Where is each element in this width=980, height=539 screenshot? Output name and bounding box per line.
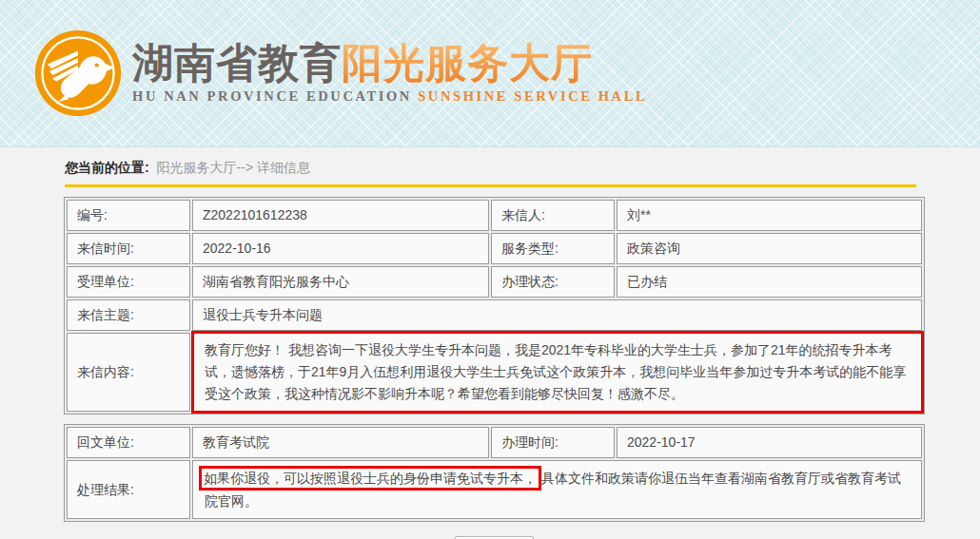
service-type-label: 服务类型: xyxy=(491,233,615,264)
status-value: 已办结 xyxy=(617,266,922,298)
site-title: 湖南省教育阳光服务大厅 HU NAN PROVINCE EDUCATION SU… xyxy=(132,42,647,104)
result-highlight-box: 如果你退役，可以按照退役士兵的身份申请免试专升本， xyxy=(199,466,541,491)
reply-info-table: 回文单位: 教育考试院 办理时间: 2022-10-17 处理结果: 如果你退役… xyxy=(64,424,925,522)
accept-unit-label: 受理单位: xyxy=(67,266,190,298)
result-label: 处理结果: xyxy=(67,460,190,519)
detail-content: 编号: Z2022101612238 来信人: 刘** 来信时间: 2022-1… xyxy=(64,197,925,522)
breadcrumb-path[interactable]: 阳光服务大厅--> 详细信息 xyxy=(157,160,310,175)
result-value-cell: 如果你退役，可以按照退役士兵的身份申请免试专升本，具体文件和政策请你退伍当年查看… xyxy=(192,460,922,519)
dove-logo-icon xyxy=(33,29,123,118)
table-row: 受理单位: 湖南省教育阳光服务中心 办理状态: 已办结 xyxy=(67,266,922,298)
table-row: 来信内容: 教育厅您好！ 我想咨询一下退役大学生专升本问题，我是2021年专科毕… xyxy=(67,333,922,412)
site-header: 湖南省教育阳光服务大厅 HU NAN PROVINCE EDUCATION SU… xyxy=(0,0,980,147)
site-title-cn-accent: 阳光服务大厅 xyxy=(342,40,593,86)
breadcrumb: 您当前的位置: 阳光服务大厅--> 详细信息 xyxy=(65,160,980,177)
letter-id-label: 编号: xyxy=(67,200,190,231)
letter-id-value: Z2022101612238 xyxy=(192,200,489,231)
table-row: 处理结果: 如果你退役，可以按照退役士兵的身份申请免试专升本，具体文件和政策请你… xyxy=(67,460,922,519)
table-row: 来信主题: 退役士兵专升本问题 xyxy=(67,299,922,331)
table-row: 来信时间: 2022-10-16 服务类型: 政策咨询 xyxy=(67,233,922,264)
content-value-cell: 教育厅您好！ 我想咨询一下退役大学生专升本问题，我是2021年专科毕业的大学生士… xyxy=(192,333,922,412)
site-title-en: HU NAN PROVINCE EDUCATION SUNSHINE SERVI… xyxy=(132,88,647,105)
letter-info-table: 编号: Z2022101612238 来信人: 刘** 来信时间: 2022-1… xyxy=(64,197,925,414)
reply-unit-value: 教育考试院 xyxy=(192,427,489,458)
site-title-cn: 湖南省教育阳光服务大厅 xyxy=(132,42,647,85)
letter-date-label: 来信时间: xyxy=(67,233,190,264)
content-label: 来信内容: xyxy=(67,333,190,412)
site-title-en-accent: SUNSHINE SERVICE HALL xyxy=(418,88,647,104)
site-title-cn-prefix: 湖南省教育 xyxy=(132,40,342,86)
subject-value: 退役士兵专升本问题 xyxy=(192,299,922,331)
letter-content-text: 教育厅您好！ 我想咨询一下退役大学生专升本问题，我是2021年专科毕业的大学生士… xyxy=(205,342,906,401)
reply-time-label: 办理时间: xyxy=(491,427,615,458)
reply-time-value: 2022-10-17 xyxy=(617,427,922,458)
breadcrumb-label: 您当前的位置: xyxy=(65,160,149,175)
sender-label: 来信人: xyxy=(491,200,615,231)
table-row: 回文单位: 教育考试院 办理时间: 2022-10-17 xyxy=(67,427,922,458)
sender-value: 刘** xyxy=(617,200,922,231)
status-label: 办理状态: xyxy=(491,266,615,298)
accept-unit-value: 湖南省教育阳光服务中心 xyxy=(192,266,489,298)
letter-date-value: 2022-10-16 xyxy=(192,233,489,264)
gold-divider xyxy=(65,184,916,187)
subject-label: 来信主题: xyxy=(67,299,190,331)
service-type-value: 政策咨询 xyxy=(617,233,922,264)
table-row: 编号: Z2022101612238 来信人: 刘** xyxy=(67,200,922,231)
site-title-en-prefix: HU NAN PROVINCE EDUCATION xyxy=(132,88,412,104)
reply-unit-label: 回文单位: xyxy=(67,427,190,458)
